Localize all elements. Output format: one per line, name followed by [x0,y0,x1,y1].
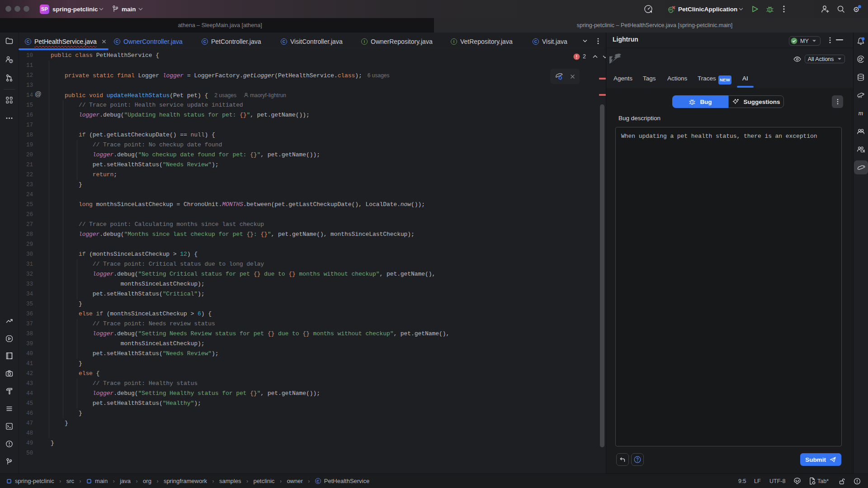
svg-text:?: ? [10,60,12,63]
svg-text:m: m [859,109,863,117]
